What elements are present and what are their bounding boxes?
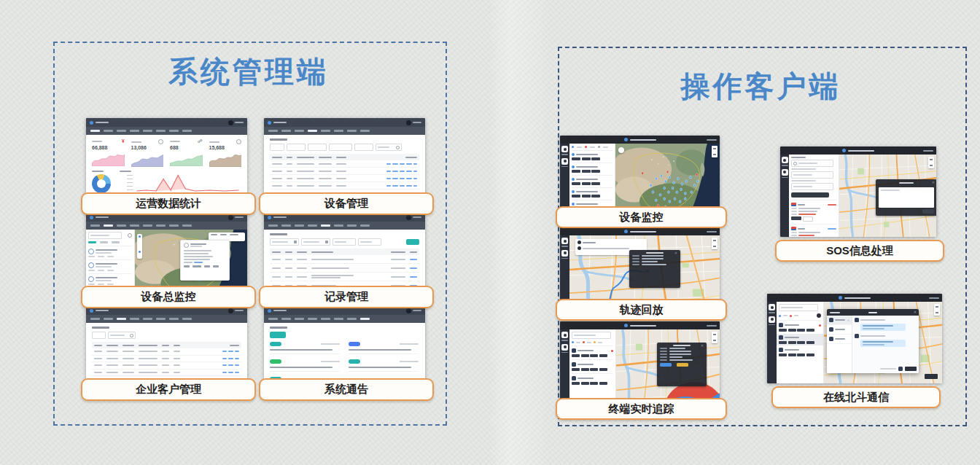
close-icon: ✕ — [932, 181, 935, 184]
flag-icon — [791, 203, 796, 206]
caption-device-monitor-admin: 设备总监控 — [81, 286, 256, 308]
map-zoom-control — [928, 157, 934, 168]
contact-list: ✕ — [827, 316, 852, 373]
map-zoom-control — [934, 304, 940, 316]
monitor-tab-icon — [561, 146, 568, 152]
track-button — [660, 363, 672, 367]
sos-list-sidebar — [789, 155, 839, 237]
avatar — [228, 308, 233, 313]
compose-icon — [817, 313, 821, 318]
caption-operation-stats: 运营数据统计 — [81, 192, 256, 215]
screenshot-beidou-communication: ✕ ✕ — [767, 294, 942, 383]
screenshot-sos-processing: ✕ — [780, 146, 936, 237]
new-notice-button — [270, 332, 286, 338]
admin-nav — [86, 127, 247, 135]
avatar — [406, 308, 411, 313]
device-info-popup — [180, 240, 230, 281]
avatar — [406, 215, 411, 220]
close-icon: ✕ — [914, 310, 917, 314]
flag-icon — [791, 227, 796, 230]
caption-beidou-communication: 在线北斗通信 — [771, 386, 941, 408]
caption-track-playback: 轨迹回放 — [556, 299, 727, 321]
monitor-tab-icon — [561, 332, 568, 338]
weather-control — [618, 147, 624, 153]
platform-logo-icon — [624, 138, 628, 141]
monitor-tab-icon — [782, 157, 788, 163]
device-icon — [88, 249, 94, 254]
send-button — [905, 367, 917, 371]
map-zoom-slider — [137, 234, 142, 259]
stat-value: 688 — [170, 144, 203, 152]
avatar — [228, 215, 233, 220]
search-button — [406, 239, 419, 245]
brand-logo-icon — [268, 121, 271, 125]
map-zoom-control — [712, 238, 718, 249]
street-map: ✕ ✕ — [824, 302, 942, 383]
monitor-tab-icon — [769, 304, 775, 310]
platform-logo-icon — [842, 149, 846, 152]
device-icon — [158, 139, 163, 144]
search-icon — [793, 162, 797, 165]
line-chart — [120, 171, 241, 194]
map-zoom-control — [712, 146, 718, 157]
follow-button — [677, 363, 688, 367]
caption-realtime-tracking: 终端实时追踪 — [556, 398, 727, 420]
contact-avatar — [829, 318, 833, 322]
track-tab-icon — [561, 158, 568, 165]
street-map: ✕ — [839, 155, 936, 237]
sos-handle-dialog: ✕ — [876, 179, 936, 216]
brand-logo-icon — [90, 121, 93, 125]
caption-device-monitoring-client: 设备监控 — [556, 206, 727, 228]
slide-canvas: 系统管理端 ¥ 66,888 13,086 ☍ 688 15,688 — [0, 0, 980, 465]
brand-logo-icon — [268, 216, 271, 219]
platform-logo-icon — [624, 230, 628, 233]
search-icon — [128, 233, 132, 238]
close-icon: ✕ — [674, 251, 677, 255]
terminal-avatar — [572, 348, 576, 353]
caption-device-management: 设备管理 — [259, 192, 434, 215]
device-icon — [184, 243, 189, 248]
platform-logo-icon — [839, 296, 842, 300]
close-icon: ✕ — [701, 344, 704, 348]
platform-logo-icon — [624, 324, 628, 327]
left-icon-rail — [767, 302, 777, 383]
caption-record-management: 记录管理 — [259, 286, 434, 308]
message-tab-icon — [769, 316, 775, 323]
stat-value: 15,688 — [209, 144, 242, 152]
admin-header — [86, 118, 247, 127]
track-point-tooltip: ✕ — [629, 250, 680, 288]
map-zoom-control — [712, 332, 718, 343]
confirm-button — [922, 209, 934, 214]
caption-system-notice: 系统通告 — [259, 378, 434, 401]
search-icon — [130, 334, 133, 337]
track-tab-icon — [561, 344, 568, 351]
caption-sos-processing: SOS信息处理 — [775, 240, 944, 262]
operator-client-title: 操作客户端 — [558, 71, 964, 101]
client-titlebar — [560, 136, 720, 144]
monitor-tab-icon — [561, 238, 568, 244]
system-admin-title: 系统管理端 — [53, 57, 444, 86]
brand-logo-icon — [268, 309, 271, 313]
brand-logo-icon — [90, 216, 93, 219]
refresh-button — [791, 192, 829, 198]
brand-logo-icon — [90, 309, 93, 313]
beidou-chat-window: ✕ ✕ — [827, 309, 919, 373]
stat-value: 13,086 — [131, 144, 164, 152]
terminal-list-sidebar — [777, 302, 824, 383]
stat-value: 66,888 — [92, 144, 125, 152]
left-icon-rail — [780, 155, 789, 237]
chat-messages — [852, 316, 919, 373]
terminal-info-tooltip: ✕ — [657, 343, 707, 386]
track-tab-icon — [561, 250, 568, 257]
submit-button — [925, 374, 938, 379]
caption-enterprise-customer: 企业客户管理 — [81, 378, 256, 401]
avatar — [406, 120, 411, 125]
avatar — [228, 120, 233, 125]
search-icon — [396, 146, 400, 149]
user-icon — [236, 139, 241, 144]
stat-cards: ¥ 66,888 13,086 ☍ 688 15,688 — [86, 135, 247, 169]
sos-tab-icon — [782, 169, 788, 176]
